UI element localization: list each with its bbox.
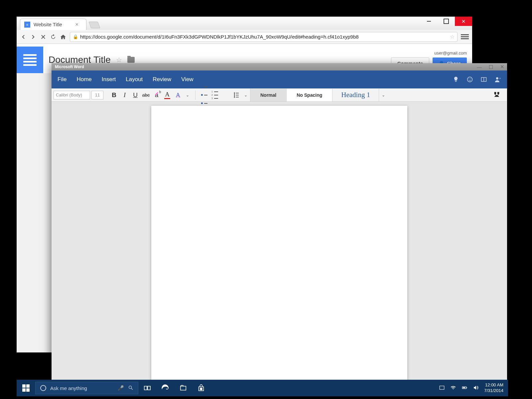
user-email[interactable]: user@gmail.com	[434, 51, 467, 56]
svg-rect-17	[201, 388, 202, 389]
taskbar-apps	[138, 380, 210, 396]
volume-icon[interactable]	[473, 385, 479, 392]
word-window-controls: — ✕	[477, 63, 504, 70]
search-icon[interactable]	[128, 385, 133, 391]
svg-point-5	[496, 77, 498, 79]
tab-view[interactable]: View	[181, 76, 194, 83]
maximize-button[interactable]	[489, 65, 493, 69]
svg-rect-18	[200, 389, 201, 390]
svg-point-10	[129, 386, 132, 388]
tab-insert[interactable]: Insert	[102, 76, 116, 83]
file-explorer-icon[interactable]	[174, 380, 192, 396]
taskbar-search[interactable]: Ask me anything 🎤	[35, 382, 138, 394]
svg-rect-16	[200, 388, 201, 389]
line-spacing-button[interactable]	[231, 90, 241, 100]
folder-icon[interactable]	[127, 57, 135, 63]
start-button[interactable]	[17, 380, 35, 396]
svg-rect-20	[440, 386, 444, 389]
ribbon-right: +	[453, 76, 501, 83]
word-ribbon: File Home Insert Layout Review View +	[52, 70, 507, 88]
maximize-button[interactable]	[438, 17, 455, 26]
styles-more-icon[interactable]: ⌄	[379, 89, 388, 101]
tab-close-icon[interactable]: ×	[75, 22, 78, 28]
style-no-spacing[interactable]: No Spacing	[286, 89, 332, 101]
font-name-select[interactable]: Calibri (Body)	[54, 91, 90, 99]
close-button[interactable]: ✕	[500, 64, 504, 70]
microphone-icon[interactable]: 🎤	[118, 385, 124, 391]
smiley-icon[interactable]	[466, 76, 473, 83]
svg-rect-14	[181, 386, 186, 390]
bold-button[interactable]: B	[109, 90, 119, 100]
forward-icon[interactable]	[30, 34, 37, 40]
style-normal[interactable]: Normal	[250, 89, 286, 101]
svg-rect-13	[148, 386, 150, 390]
minimize-button[interactable]: —	[477, 64, 482, 70]
font-more-icon[interactable]: ⌄	[183, 93, 192, 97]
divider	[195, 90, 196, 100]
svg-point-1	[469, 78, 469, 79]
chrome-window-controls: ×	[420, 17, 472, 26]
new-tab-button[interactable]	[88, 22, 100, 28]
docs-favicon-icon: ≡	[24, 22, 30, 28]
lightbulb-icon[interactable]	[453, 76, 459, 83]
tab-title: Website Title	[34, 22, 62, 27]
address-bar[interactable]: 🔒 ☆	[70, 32, 458, 42]
highlight-button[interactable]: ab	[151, 90, 162, 100]
task-view-icon[interactable]	[138, 380, 156, 396]
back-icon[interactable]	[20, 34, 27, 40]
svg-rect-23	[463, 387, 466, 388]
clock-time: 12:00 AM	[484, 382, 503, 388]
tab-home[interactable]: Home	[76, 76, 91, 83]
tray-expand-icon[interactable]	[439, 385, 445, 392]
reload-icon[interactable]	[50, 34, 57, 40]
word-window: Microsoft Word — ✕ File Home Insert Layo…	[52, 63, 507, 389]
chrome-menu-icon[interactable]	[461, 33, 469, 40]
battery-icon[interactable]	[462, 385, 467, 392]
stop-icon[interactable]	[40, 34, 47, 40]
underline-button[interactable]: U	[130, 90, 141, 100]
svg-rect-12	[144, 386, 147, 390]
store-icon[interactable]	[192, 380, 210, 396]
word-titlebar[interactable]: Microsoft Word — ✕	[52, 63, 507, 70]
google-docs-logo-icon[interactable]	[17, 47, 43, 73]
paragraph-more-icon[interactable]: ⌄	[241, 93, 250, 97]
star-icon[interactable]: ☆	[116, 56, 122, 64]
svg-line-11	[131, 388, 133, 390]
font-color-button[interactable]: A	[162, 90, 173, 100]
bullet-list-button[interactable]: •••	[199, 90, 209, 100]
italic-button[interactable]: I	[119, 90, 130, 100]
tab-layout[interactable]: Layout	[126, 76, 143, 83]
word-page[interactable]	[151, 106, 407, 389]
text-effects-button[interactable]: A	[173, 90, 183, 100]
tab-review[interactable]: Review	[153, 76, 171, 83]
svg-point-0	[467, 77, 472, 82]
font-size-select[interactable]: 11	[91, 91, 103, 99]
close-button[interactable]: ×	[455, 17, 472, 26]
align-button[interactable]	[220, 90, 231, 100]
reading-icon[interactable]	[480, 76, 487, 83]
style-heading1[interactable]: Heading 1	[332, 89, 379, 101]
url-input[interactable]	[80, 34, 448, 40]
clear-format-button[interactable]: abc	[141, 90, 151, 100]
lock-icon: 🔒	[73, 34, 78, 39]
edge-icon[interactable]	[156, 380, 174, 396]
browser-tab[interactable]: ≡ Website Title ×	[20, 19, 86, 30]
wifi-icon[interactable]	[450, 385, 456, 392]
bookmark-star-icon[interactable]: ☆	[450, 34, 455, 40]
share-person-icon[interactable]: +	[494, 76, 501, 83]
tab-file[interactable]: File	[58, 76, 66, 83]
svg-text:+: +	[499, 77, 501, 80]
chrome-titlebar: ≡ Website Title × ×	[17, 17, 472, 30]
home-icon[interactable]	[60, 34, 66, 40]
minimize-button[interactable]	[420, 17, 438, 26]
chrome-toolbar: 🔒 ☆	[17, 30, 472, 44]
find-button[interactable]	[488, 91, 505, 99]
number-list-button[interactable]: 123	[209, 90, 220, 100]
taskbar-clock[interactable]: 12:00 AM 7/31/2014	[484, 382, 503, 394]
svg-rect-19	[201, 389, 202, 390]
system-tray: 12:00 AM 7/31/2014	[439, 382, 508, 394]
word-canvas[interactable]	[52, 102, 507, 389]
clock-date: 7/31/2014	[484, 388, 503, 394]
word-toolbar: Calibri (Body) 11 B I U abc ab A A ⌄ •••…	[52, 88, 507, 102]
svg-rect-22	[466, 387, 467, 388]
